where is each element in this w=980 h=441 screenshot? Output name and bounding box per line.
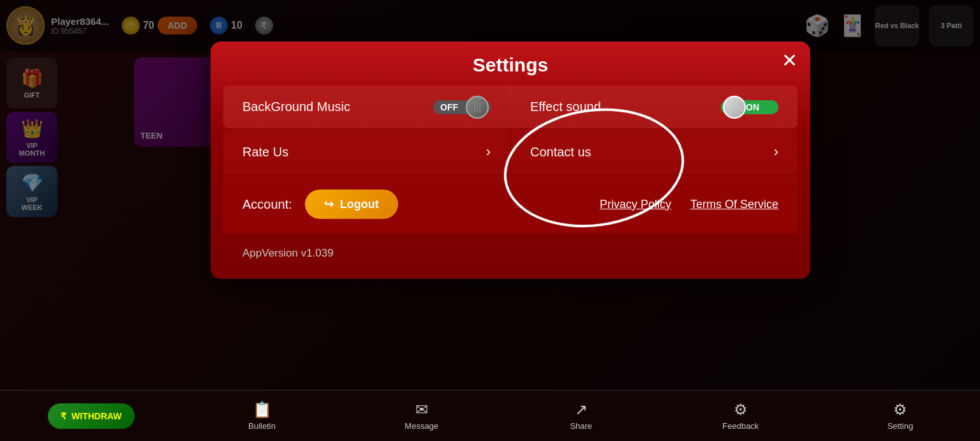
bottom-item-feedback[interactable]: ⚙ Feedback (709, 401, 773, 431)
rate-us-cell[interactable]: Rate Us › (223, 130, 510, 174)
rate-us-label: Rate Us (242, 145, 288, 160)
withdraw-label: WITHDRAW (71, 411, 122, 421)
bulletin-label: Bulletin (248, 421, 276, 431)
privacy-policy-link[interactable]: Privacy Policy (600, 198, 671, 211)
sound-settings-grid: BackGround Music OFF ||| Effect sound ON (223, 86, 798, 128)
effect-sound-cell: Effect sound ON (511, 86, 798, 128)
bg-music-toggle[interactable]: OFF ||| (433, 100, 491, 114)
bg-music-cell: BackGround Music OFF ||| (223, 86, 510, 128)
action-row: Rate Us › Contact us › (223, 130, 798, 174)
account-links: Privacy Policy Terms Of Service (600, 198, 778, 211)
bottom-item-bulletin[interactable]: 📋 Bulletin (230, 401, 294, 431)
contact-us-cell[interactable]: Contact us › (511, 130, 798, 174)
logout-icon: ↪ (324, 197, 334, 211)
effect-sound-thumb (723, 96, 746, 119)
rate-us-chevron-icon: › (486, 144, 491, 160)
bulletin-icon: 📋 (253, 401, 272, 419)
settings-modal: Settings ✕ BackGround Music OFF ||| Effe… (211, 41, 810, 279)
modal-body: BackGround Music OFF ||| Effect sound ON (211, 86, 810, 260)
effect-sound-toggle[interactable]: ON (721, 100, 778, 114)
logout-label: Logout (340, 198, 379, 211)
effect-sound-label: Effect sound (530, 100, 601, 114)
logout-button[interactable]: ↪ Logout (305, 190, 398, 219)
setting-icon: ⚙ (893, 401, 907, 419)
feedback-icon: ⚙ (734, 401, 748, 419)
bg-music-thumb: ||| (466, 96, 489, 119)
account-row: Account: ↪ Logout Privacy Policy Terms O… (223, 176, 798, 233)
message-icon: ✉ (415, 401, 428, 419)
bottom-item-setting[interactable]: ⚙ Setting (868, 401, 932, 431)
contact-us-chevron-icon: › (774, 144, 778, 160)
setting-label: Setting (887, 421, 913, 431)
bottom-bar: ₹ WITHDRAW 📋 Bulletin ✉ Message ↗ Share … (0, 390, 980, 441)
account-left: Account: ↪ Logout (242, 190, 398, 219)
app-version: AppVersion v1.039 (223, 234, 798, 260)
modal-title: Settings (473, 54, 548, 76)
bg-music-label: BackGround Music (242, 100, 350, 114)
withdraw-icon: ₹ (61, 411, 66, 421)
modal-header: Settings ✕ (211, 41, 810, 86)
account-label: Account: (242, 197, 292, 212)
terms-of-service-link[interactable]: Terms Of Service (690, 198, 778, 211)
bottom-item-share[interactable]: ↗ Share (549, 401, 613, 431)
withdraw-button[interactable]: ₹ WITHDRAW (48, 403, 135, 429)
bg-music-state: OFF (435, 102, 458, 112)
message-label: Message (405, 421, 438, 431)
share-label: Share (570, 421, 592, 431)
bottom-item-message[interactable]: ✉ Message (390, 401, 454, 431)
thumb-lines: ||| (473, 101, 481, 113)
feedback-label: Feedback (722, 421, 759, 431)
contact-us-label: Contact us (530, 145, 591, 160)
close-button[interactable]: ✕ (782, 51, 798, 70)
share-icon: ↗ (575, 401, 588, 419)
